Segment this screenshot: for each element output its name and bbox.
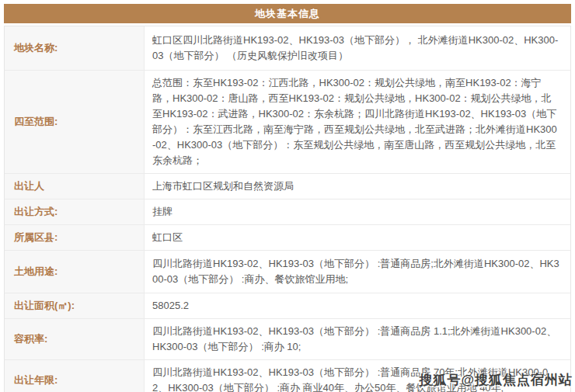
- table-row: 出让方式: 挂牌: [5, 199, 570, 225]
- row-label-transferor: 出让人: [5, 174, 145, 199]
- row-label-transfer-term: 出让年限:: [5, 360, 145, 392]
- table-title: 地块基本信息: [255, 7, 320, 21]
- row-label-district: 所属区县:: [5, 225, 145, 250]
- table-body: 地块名称: 虹口区四川北路街道HK193-02、HK193-03（地下部分）， …: [4, 26, 571, 392]
- row-label-transfer-area: 出让面积(㎡):: [5, 293, 145, 318]
- table-row: 出让面积(㎡): 58025.2: [5, 293, 570, 319]
- table-row: 容积率: 四川北路街道HK193-02、HK193-03（地下部分） :普通商品…: [5, 319, 570, 360]
- row-value-text: 四川北路街道HK193-02、HK193-03（地下部分） :普通商品房;北外滩…: [152, 256, 559, 287]
- table-row: 出让人 上海市虹口区规划和自然资源局: [5, 174, 570, 199]
- row-value-transfer-method: 挂牌: [145, 199, 570, 224]
- row-value-text: 上海市虹口区规划和自然资源局: [152, 179, 294, 194]
- table-row: 土地用途: 四川北路街道HK193-02、HK193-03（地下部分） :普通商…: [5, 251, 570, 293]
- table-row: 所属区县: 虹口区: [5, 225, 570, 251]
- row-label-parcel-name: 地块名称:: [5, 26, 145, 70]
- table-row: 地块名称: 虹口区四川北路街道HK193-02、HK193-03（地下部分）， …: [5, 26, 570, 71]
- row-label-land-use: 土地用途:: [5, 251, 145, 293]
- table-row: 四至范围: 总范围：东至HK193-02：江西北路，HK300-02：规划公共绿…: [5, 71, 570, 174]
- row-value-transferor: 上海市虹口区规划和自然资源局: [145, 174, 570, 199]
- row-value-district: 虹口区: [145, 225, 570, 250]
- row-value-text: 虹口区: [152, 230, 183, 245]
- row-value-text: 总范围：东至HK193-02：江西北路，HK300-02：规划公共绿地，南至HK…: [152, 75, 559, 168]
- row-label-plot-ratio: 容积率:: [5, 319, 145, 359]
- row-value-plot-ratio: 四川北路街道HK193-02、HK193-03（地下部分） :普通商品房 1.1…: [145, 319, 570, 359]
- row-label-transfer-method: 出让方式:: [5, 199, 145, 224]
- row-value-text: 虹口区四川北路街道HK193-02、HK193-03（地下部分）， 北外滩街道H…: [152, 33, 559, 64]
- row-value-land-use: 四川北路街道HK193-02、HK193-03（地下部分） :普通商品房;北外滩…: [145, 251, 570, 293]
- row-label-boundary-range: 四至范围:: [5, 71, 145, 173]
- row-value-boundary-range: 总范围：东至HK193-02：江西北路，HK300-02：规划公共绿地，南至HK…: [145, 71, 570, 173]
- row-value-transfer-area: 58025.2: [145, 293, 570, 318]
- row-value-parcel-name: 虹口区四川北路街道HK193-02、HK193-03（地下部分）， 北外滩街道H…: [145, 26, 570, 70]
- row-value-text: 58025.2: [152, 298, 189, 314]
- row-value-text: 四川北路街道HK193-02、HK193-03（地下部分） :普通商品房 1.1…: [152, 324, 559, 355]
- sohu-watermark: 搜狐号@搜狐焦点宿州站: [419, 371, 573, 389]
- parcel-info-table: 地块基本信息 地块名称: 虹口区四川北路街道HK193-02、HK193-03（…: [4, 4, 571, 392]
- parcel-info-page: 地块基本信息 地块名称: 虹口区四川北路街道HK193-02、HK193-03（…: [0, 0, 575, 392]
- row-value-text: 挂牌: [152, 204, 172, 220]
- table-title-bar: 地块基本信息: [4, 4, 571, 23]
